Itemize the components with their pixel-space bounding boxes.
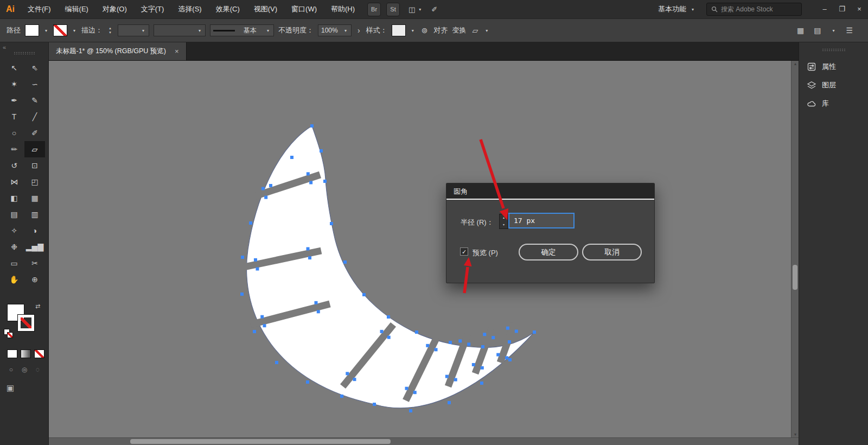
menu-item-8[interactable]: 帮助(H) (324, 0, 362, 18)
stroke-weight-combo[interactable]: ▾ (118, 24, 149, 36)
none-button[interactable] (34, 349, 44, 358)
draw-normal-icon[interactable]: ○ (9, 366, 13, 373)
dialog-title[interactable]: 圆角 (446, 183, 654, 200)
tool-mesh[interactable]: ▤ (4, 206, 24, 223)
radius-stepper[interactable]: ▴ ▾ (499, 214, 508, 229)
tool-scale[interactable]: ⊡ (24, 157, 45, 174)
chevron-down-icon[interactable]: ▾ (43, 28, 49, 33)
chevron-down-icon[interactable]: ▾ (484, 28, 489, 33)
tool-blend[interactable]: ◑ (24, 223, 45, 239)
transform-button[interactable]: 变换 (452, 26, 466, 35)
tool-pen[interactable]: ✒ (4, 92, 24, 109)
workspace-switcher[interactable]: 基本功能 ▾ (658, 4, 695, 14)
color-button[interactable] (7, 349, 17, 358)
menu-item-5[interactable]: 效果(C) (209, 0, 247, 18)
panel-tab-layers[interactable]: 图层 (799, 76, 868, 94)
tool-direct-selection[interactable]: ⇖ (24, 60, 45, 76)
scroll-down-icon[interactable]: ▾ (792, 432, 799, 437)
stroke-none-swatch[interactable] (53, 24, 67, 36)
menu-item-7[interactable]: 窗口(W) (284, 0, 324, 18)
stepper-up-icon[interactable]: ▴ (107, 26, 113, 30)
brush-icon[interactable]: ✐ (431, 5, 437, 14)
vertical-scroll-thumb[interactable] (793, 265, 797, 290)
draw-behind-icon[interactable]: ◎ (22, 366, 27, 373)
tool-perspective-grid[interactable]: ▦ (24, 190, 45, 206)
stroke-weight-stepper[interactable]: ▴ ▾ (107, 26, 113, 35)
tool-ellipse[interactable]: ○ (4, 125, 24, 141)
stepper-down-icon[interactable]: ▾ (500, 221, 508, 228)
radius-input[interactable]: 17 px (508, 213, 575, 228)
swap-fill-stroke-icon[interactable]: ⇄ (35, 303, 40, 310)
arrange-documents-dropdown[interactable]: ◫ ▾ (409, 5, 423, 14)
stepper-down-icon[interactable]: ▾ (107, 30, 113, 35)
chevron-down-icon[interactable]: ▾ (72, 28, 77, 33)
stroke-style-combo[interactable]: 基本 ▾ (210, 24, 274, 36)
stock-badge-icon[interactable]: St (386, 3, 400, 16)
tool-line-segment[interactable]: ╱ (24, 109, 45, 125)
horizontal-scroll-thumb[interactable] (130, 439, 391, 444)
default-colors-icon[interactable] (4, 329, 12, 338)
tool-symbol-sprayer[interactable]: ❉ (4, 239, 24, 255)
tool-gradient[interactable]: ▥ (24, 206, 45, 223)
workspace-panel-icon[interactable]: ▤ (814, 26, 821, 35)
chevron-right-icon[interactable]: › (356, 26, 362, 35)
restore-button[interactable]: ❐ (833, 0, 851, 18)
document-tab[interactable]: 未标题-1* @ 150% (RGB/GPU 预览) × (49, 42, 187, 60)
tool-lasso[interactable]: ∽ (24, 76, 45, 92)
panel-drag-handle[interactable] (822, 48, 846, 51)
menu-item-2[interactable]: 对象(O) (95, 0, 134, 18)
bridge-badge-icon[interactable]: Br (367, 3, 381, 16)
tool-free-transform[interactable]: ◰ (24, 174, 45, 190)
close-button[interactable]: × (851, 0, 868, 18)
tool-eraser[interactable]: ▱ (24, 141, 45, 157)
panel-menu-icon[interactable]: ☰ (846, 26, 853, 35)
tool-eyedropper[interactable]: ✧ (4, 223, 24, 239)
tool-zoom[interactable]: ⊕ (24, 271, 45, 288)
style-swatch[interactable] (392, 24, 406, 36)
tool-artboard[interactable]: ▭ (4, 255, 24, 271)
arrange-grid-icon[interactable]: ▦ (797, 26, 804, 35)
tab-close-icon[interactable]: × (175, 47, 179, 55)
tool-paintbrush[interactable]: ✐ (24, 125, 45, 141)
vertical-scrollbar[interactable]: ▴ ▾ (791, 61, 799, 437)
panel-tab-libraries[interactable]: 库 (799, 94, 868, 113)
stepper-up-icon[interactable]: ▴ (500, 214, 508, 221)
panel-tab-properties[interactable]: 属性 (799, 58, 868, 76)
tool-selection[interactable]: ↖ (4, 60, 24, 76)
menu-item-6[interactable]: 视图(V) (247, 0, 284, 18)
brush-definition-combo[interactable]: ▾ (154, 24, 206, 36)
artboard-canvas[interactable]: 圆角 半径 (R)： ▴ ▾ 17 px ✓ 预览 (P) 确定 取消 ▴ ▾ (49, 61, 799, 437)
menu-item-4[interactable]: 选择(S) (171, 0, 208, 18)
collapse-panel-icon[interactable]: « (3, 44, 6, 50)
preview-checkbox[interactable]: ✓ (460, 247, 468, 256)
gradient-button[interactable] (21, 349, 31, 358)
opacity-combo[interactable]: 100% ▾ (318, 24, 352, 36)
minimize-button[interactable]: – (816, 0, 833, 18)
align-button[interactable]: 对齐 (433, 26, 448, 35)
stock-search-input[interactable]: 搜索 Adobe Stock (706, 3, 802, 16)
tool-type[interactable]: T (4, 109, 24, 125)
draw-inside-icon[interactable]: ◌ (36, 366, 40, 373)
tool-rotate[interactable]: ↺ (4, 157, 24, 174)
screen-mode-icon[interactable]: ▣ (0, 383, 49, 393)
chevron-down-icon[interactable]: ▾ (831, 28, 836, 33)
horizontal-scrollbar[interactable] (49, 437, 799, 445)
tool-pencil[interactable]: ✏ (4, 141, 24, 157)
rail-drag-handle[interactable] (14, 52, 35, 54)
menu-item-0[interactable]: 文件(F) (21, 0, 58, 18)
tool-width[interactable]: ⋈ (4, 174, 24, 190)
tool-shape-builder[interactable]: ◧ (4, 190, 24, 206)
tool-column-graph[interactable]: ▂▅▇ (24, 239, 45, 255)
stroke-color-chip[interactable] (18, 315, 34, 331)
tool-curvature[interactable]: ✎ (24, 92, 45, 109)
ok-button[interactable]: 确定 (519, 244, 578, 260)
cancel-button[interactable]: 取消 (582, 244, 642, 260)
fill-swatch[interactable] (25, 24, 39, 36)
menu-item-3[interactable]: 文字(T) (134, 0, 171, 18)
menu-item-1[interactable]: 编辑(E) (58, 0, 95, 18)
tool-hand[interactable]: ✋ (4, 271, 24, 288)
corner-widget-icon[interactable]: ▱ (470, 26, 480, 35)
scroll-up-icon[interactable]: ▴ (792, 61, 799, 66)
recolor-artwork-icon[interactable]: ⊚ (420, 26, 430, 35)
tool-magic-wand[interactable]: ✶ (4, 76, 24, 92)
